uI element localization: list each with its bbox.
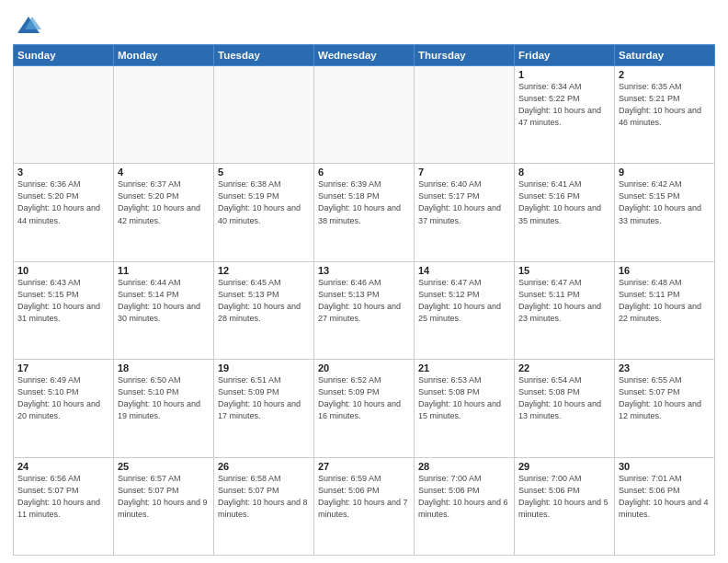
calendar-table: SundayMondayTuesdayWednesdayThursdayFrid… [13,44,715,556]
day-info: Sunrise: 6:50 AMSunset: 5:10 PMDaylight:… [118,374,210,422]
day-number: 14 [418,265,510,276]
day-info: Sunrise: 6:56 AMSunset: 5:07 PMDaylight:… [17,473,109,521]
day-number: 22 [518,362,610,373]
day-number: 5 [218,167,310,178]
calendar-cell: 12Sunrise: 6:45 AMSunset: 5:13 PMDayligh… [214,261,314,359]
calendar-cell: 17Sunrise: 6:49 AMSunset: 5:10 PMDayligh… [14,360,114,457]
weekday-header-sunday: Sunday [14,45,114,66]
day-number: 24 [17,461,109,472]
day-info: Sunrise: 6:39 AMSunset: 5:18 PMDaylight:… [318,178,410,226]
day-info: Sunrise: 6:48 AMSunset: 5:11 PMDaylight:… [619,277,711,325]
day-number: 18 [118,362,210,373]
day-number: 21 [418,362,510,373]
day-number: 13 [318,265,410,276]
day-number: 9 [619,167,711,178]
day-info: Sunrise: 6:43 AMSunset: 5:15 PMDaylight:… [17,277,109,325]
day-number: 11 [118,265,210,276]
day-info: Sunrise: 6:40 AMSunset: 5:17 PMDaylight:… [418,178,510,226]
calendar-cell: 28Sunrise: 7:00 AMSunset: 5:06 PMDayligh… [415,457,515,555]
day-number: 17 [17,362,109,373]
calendar-cell: 7Sunrise: 6:40 AMSunset: 5:17 PMDaylight… [415,164,515,261]
weekday-header-thursday: Thursday [415,45,515,66]
calendar-cell [14,66,114,164]
day-info: Sunrise: 6:41 AMSunset: 5:16 PMDaylight:… [518,178,610,226]
day-info: Sunrise: 6:45 AMSunset: 5:13 PMDaylight:… [218,277,310,325]
day-info: Sunrise: 6:34 AMSunset: 5:22 PMDaylight:… [518,81,610,129]
day-number: 1 [518,69,610,80]
calendar-cell: 25Sunrise: 6:57 AMSunset: 5:07 PMDayligh… [114,457,214,555]
day-info: Sunrise: 6:47 AMSunset: 5:11 PMDaylight:… [518,277,610,325]
calendar-cell [214,66,314,164]
calendar-cell: 19Sunrise: 6:51 AMSunset: 5:09 PMDayligh… [214,360,314,457]
day-number: 23 [619,362,711,373]
day-number: 16 [619,265,711,276]
day-info: Sunrise: 6:37 AMSunset: 5:20 PMDaylight:… [118,178,210,226]
calendar-cell: 3Sunrise: 6:36 AMSunset: 5:20 PMDaylight… [14,164,114,261]
weekday-header-saturday: Saturday [615,45,715,66]
page: SundayMondayTuesdayWednesdayThursdayFrid… [0,0,728,563]
day-info: Sunrise: 7:00 AMSunset: 5:06 PMDaylight:… [518,473,610,521]
calendar-cell: 15Sunrise: 6:47 AMSunset: 5:11 PMDayligh… [515,261,615,359]
calendar-cell: 4Sunrise: 6:37 AMSunset: 5:20 PMDaylight… [114,164,214,261]
day-info: Sunrise: 6:44 AMSunset: 5:14 PMDaylight:… [118,277,210,325]
calendar-cell: 20Sunrise: 6:52 AMSunset: 5:09 PMDayligh… [314,360,415,457]
day-info: Sunrise: 6:47 AMSunset: 5:12 PMDaylight:… [418,277,510,325]
day-number: 15 [518,265,610,276]
calendar-week-4: 24Sunrise: 6:56 AMSunset: 5:07 PMDayligh… [14,457,715,555]
calendar-week-1: 3Sunrise: 6:36 AMSunset: 5:20 PMDaylight… [14,164,715,261]
day-info: Sunrise: 6:38 AMSunset: 5:19 PMDaylight:… [218,178,310,226]
day-info: Sunrise: 6:52 AMSunset: 5:09 PMDaylight:… [318,374,410,422]
day-number: 27 [318,461,410,472]
day-number: 25 [118,461,210,472]
day-number: 26 [218,461,310,472]
day-number: 12 [218,265,310,276]
calendar-cell: 2Sunrise: 6:35 AMSunset: 5:21 PMDaylight… [615,66,715,164]
calendar-cell: 13Sunrise: 6:46 AMSunset: 5:13 PMDayligh… [314,261,415,359]
day-number: 3 [17,167,109,178]
day-info: Sunrise: 6:46 AMSunset: 5:13 PMDaylight:… [318,277,410,325]
weekday-header-tuesday: Tuesday [214,45,314,66]
day-number: 30 [619,461,711,472]
day-number: 6 [318,167,410,178]
calendar-cell [114,66,214,164]
calendar-cell: 10Sunrise: 6:43 AMSunset: 5:15 PMDayligh… [14,261,114,359]
day-info: Sunrise: 6:35 AMSunset: 5:21 PMDaylight:… [619,81,711,129]
calendar-week-2: 10Sunrise: 6:43 AMSunset: 5:15 PMDayligh… [14,261,715,359]
day-info: Sunrise: 6:59 AMSunset: 5:06 PMDaylight:… [318,473,410,521]
calendar-cell: 29Sunrise: 7:00 AMSunset: 5:06 PMDayligh… [515,457,615,555]
calendar-cell: 16Sunrise: 6:48 AMSunset: 5:11 PMDayligh… [615,261,715,359]
calendar-cell: 23Sunrise: 6:55 AMSunset: 5:07 PMDayligh… [615,360,715,457]
calendar-cell: 24Sunrise: 6:56 AMSunset: 5:07 PMDayligh… [14,457,114,555]
day-info: Sunrise: 6:42 AMSunset: 5:15 PMDaylight:… [619,178,711,226]
day-info: Sunrise: 6:53 AMSunset: 5:08 PMDaylight:… [418,374,510,422]
day-info: Sunrise: 6:51 AMSunset: 5:09 PMDaylight:… [218,374,310,422]
day-number: 7 [418,167,510,178]
calendar-cell [415,66,515,164]
calendar-cell: 9Sunrise: 6:42 AMSunset: 5:15 PMDaylight… [615,164,715,261]
calendar-cell: 1Sunrise: 6:34 AMSunset: 5:22 PMDaylight… [515,66,615,164]
day-number: 28 [418,461,510,472]
day-info: Sunrise: 6:57 AMSunset: 5:07 PMDaylight:… [118,473,210,521]
day-number: 29 [518,461,610,472]
calendar-cell: 22Sunrise: 6:54 AMSunset: 5:08 PMDayligh… [515,360,615,457]
calendar-cell: 14Sunrise: 6:47 AMSunset: 5:12 PMDayligh… [415,261,515,359]
logo-area [13,13,41,39]
calendar-cell: 5Sunrise: 6:38 AMSunset: 5:19 PMDaylight… [214,164,314,261]
calendar-week-0: 1Sunrise: 6:34 AMSunset: 5:22 PMDaylight… [14,66,715,164]
calendar-cell: 30Sunrise: 7:01 AMSunset: 5:06 PMDayligh… [615,457,715,555]
header [13,9,715,39]
calendar-cell: 11Sunrise: 6:44 AMSunset: 5:14 PMDayligh… [114,261,214,359]
day-number: 20 [318,362,410,373]
calendar-week-3: 17Sunrise: 6:49 AMSunset: 5:10 PMDayligh… [14,360,715,457]
weekday-header-friday: Friday [515,45,615,66]
day-info: Sunrise: 6:58 AMSunset: 5:07 PMDaylight:… [218,473,310,521]
day-number: 19 [218,362,310,373]
weekday-header-wednesday: Wednesday [314,45,415,66]
day-info: Sunrise: 6:54 AMSunset: 5:08 PMDaylight:… [518,374,610,422]
day-number: 2 [619,69,711,80]
day-info: Sunrise: 6:55 AMSunset: 5:07 PMDaylight:… [619,374,711,422]
day-info: Sunrise: 7:01 AMSunset: 5:06 PMDaylight:… [619,473,711,521]
calendar-cell: 6Sunrise: 6:39 AMSunset: 5:18 PMDaylight… [314,164,415,261]
calendar-cell: 21Sunrise: 6:53 AMSunset: 5:08 PMDayligh… [415,360,515,457]
weekday-header-monday: Monday [114,45,214,66]
